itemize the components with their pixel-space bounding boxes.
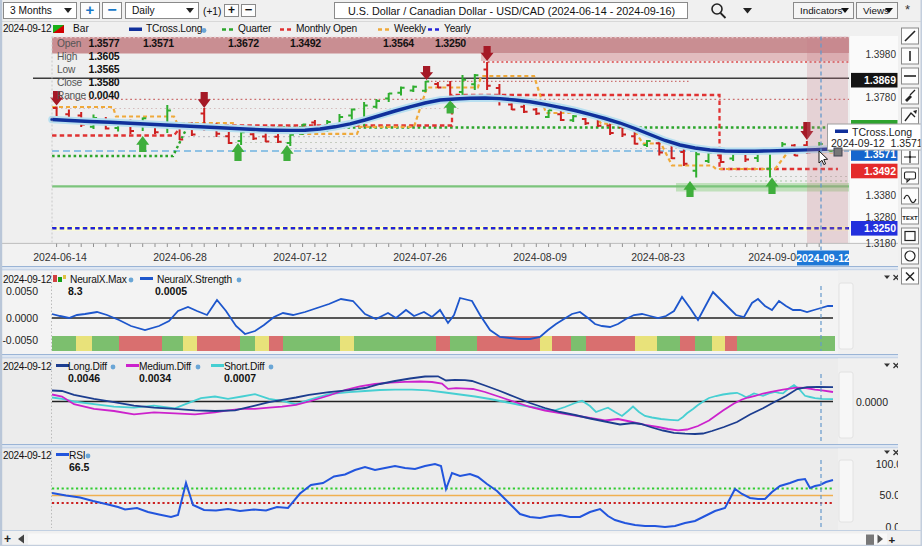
svg-text:Short.Diff: Short.Diff	[224, 361, 265, 372]
svg-text:1.3780: 1.3780	[865, 92, 896, 103]
svg-text:High: High	[57, 51, 77, 62]
svg-text:Bar: Bar	[73, 23, 89, 34]
svg-text:Close: Close	[57, 77, 83, 88]
svg-text:1.3580: 1.3580	[89, 76, 120, 88]
svg-text:50.0: 50.0	[880, 489, 901, 501]
svg-text:1.3492: 1.3492	[290, 37, 321, 49]
svg-text:Open: Open	[57, 38, 81, 49]
svg-text:1.3564: 1.3564	[383, 37, 414, 49]
svg-text:2024-07-12: 2024-07-12	[273, 251, 327, 263]
svg-text:2024-09-12 1.3571: 2024-09-12 1.3571	[831, 137, 922, 149]
svg-text:2024-09-12: 2024-09-12	[796, 252, 850, 264]
svg-text:1.3605: 1.3605	[89, 50, 120, 62]
svg-text:0.0050: 0.0050	[6, 285, 38, 297]
svg-text:1.3280: 1.3280	[865, 212, 896, 223]
svg-text:1.3250: 1.3250	[435, 37, 466, 49]
svg-text:Medium.Diff: Medium.Diff	[139, 361, 191, 372]
svg-text:Range: Range	[57, 90, 87, 101]
svg-text:TCross.Long: TCross.Long	[852, 126, 912, 138]
svg-text:1.3250: 1.3250	[864, 222, 896, 234]
svg-text:NeuralX.Max: NeuralX.Max	[70, 274, 127, 285]
svg-text:2024-09-06: 2024-09-06	[748, 251, 802, 263]
svg-text:0.0000: 0.0000	[6, 312, 38, 324]
svg-text:8.3: 8.3	[68, 285, 83, 297]
svg-text:0.0005: 0.0005	[155, 285, 187, 297]
svg-text:1.3180: 1.3180	[865, 238, 896, 249]
svg-text:2024-09-12: 2024-09-12	[3, 23, 52, 34]
svg-text:1.3980: 1.3980	[865, 49, 896, 60]
svg-text:1.3577: 1.3577	[89, 37, 120, 49]
svg-text:2024-06-28: 2024-06-28	[153, 251, 207, 263]
svg-text:Quarter: Quarter	[238, 23, 272, 34]
svg-text:Long.Diff: Long.Diff	[68, 361, 107, 372]
svg-text:*: *	[905, 2, 910, 17]
svg-text:2024-06-14: 2024-06-14	[33, 251, 87, 263]
svg-text:66.5: 66.5	[69, 461, 90, 473]
svg-text:RSI: RSI	[69, 450, 85, 461]
svg-text:2024-09-12: 2024-09-12	[3, 450, 52, 461]
svg-text:+: +	[4, 532, 11, 546]
svg-text:-0.0050: -0.0050	[2, 334, 38, 346]
svg-text:0.0034: 0.0034	[139, 372, 171, 384]
svg-text:2024-08-09: 2024-08-09	[513, 251, 567, 263]
svg-text:0.0007: 0.0007	[224, 372, 256, 384]
svg-text:0.0046: 0.0046	[68, 372, 100, 384]
svg-text:2024-09-12: 2024-09-12	[3, 274, 52, 285]
svg-text:1.3672: 1.3672	[228, 37, 259, 49]
svg-text:TCross.Long: TCross.Long	[146, 23, 203, 34]
svg-text:0.0040: 0.0040	[89, 89, 120, 101]
svg-text:NeuralX.Strength: NeuralX.Strength	[157, 274, 232, 285]
svg-text:Weekly: Weekly	[394, 23, 427, 34]
svg-text:2024-07-26: 2024-07-26	[393, 251, 447, 263]
svg-text:TEXT: TEXT	[902, 215, 918, 221]
svg-text:1.3565: 1.3565	[89, 63, 120, 75]
svg-text:2024-09-12: 2024-09-12	[3, 361, 52, 372]
svg-text:1.3380: 1.3380	[865, 190, 896, 201]
svg-text:1.3571: 1.3571	[143, 37, 174, 49]
svg-text:1.3492: 1.3492	[864, 165, 896, 177]
svg-text:Yearly: Yearly	[444, 23, 472, 34]
svg-text:1.3869: 1.3869	[864, 74, 896, 86]
svg-text:+: +	[889, 534, 896, 546]
svg-text:Monthly Open: Monthly Open	[296, 23, 357, 34]
svg-text:2024-08-23: 2024-08-23	[631, 251, 685, 263]
svg-text:Low: Low	[57, 64, 76, 75]
svg-text:0.0000: 0.0000	[856, 396, 888, 408]
